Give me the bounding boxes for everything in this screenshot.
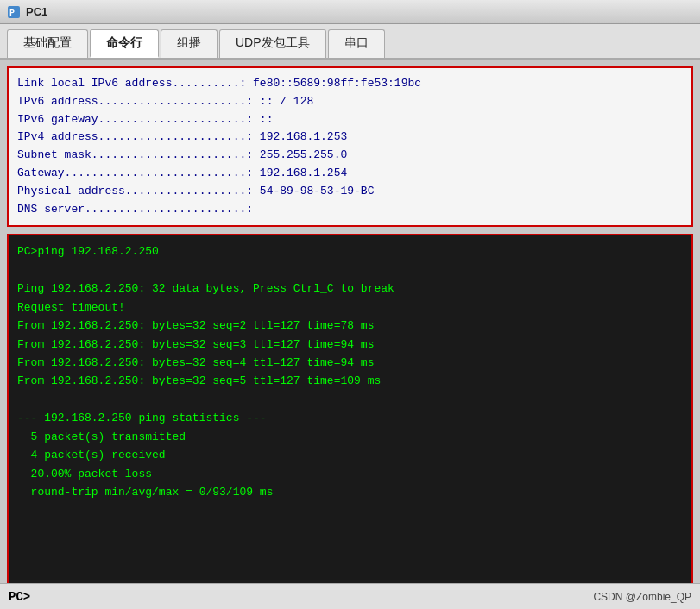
window-icon: P bbox=[7, 5, 21, 19]
info-line-6: Physical address..................: 54-8… bbox=[17, 183, 683, 201]
tab-bar: 基础配置 命令行 组播 UDP发包工具 串口 bbox=[0, 24, 700, 60]
tab-command-line[interactable]: 命令行 bbox=[90, 29, 159, 58]
tab-serial[interactable]: 串口 bbox=[328, 29, 385, 58]
info-line-1: IPv6 address......................: :: /… bbox=[17, 93, 683, 111]
term-line-12: 20.00% packet loss bbox=[17, 465, 683, 483]
tab-udp-tool[interactable]: UDP发包工具 bbox=[219, 29, 326, 58]
bottom-prompt[interactable]: PC> bbox=[9, 590, 30, 604]
term-line-3: Request timeout! bbox=[17, 298, 683, 317]
info-panel: Link local IPv6 address..........: fe80:… bbox=[7, 66, 693, 227]
bottom-bar: PC> CSDN @Zombie_QP bbox=[0, 583, 700, 609]
term-line-1 bbox=[17, 261, 683, 279]
term-line-13: round-trip min/avg/max = 0/93/109 ms bbox=[17, 483, 683, 501]
info-line-7: DNS server........................: bbox=[17, 201, 683, 219]
title-bar: P PC1 bbox=[0, 0, 700, 24]
term-line-9: --- 192.168.2.250 ping statistics --- bbox=[17, 409, 683, 427]
term-line-2: Ping 192.168.2.250: 32 data bytes, Press… bbox=[17, 279, 683, 298]
info-line-4: Subnet mask.......................: 255.… bbox=[17, 147, 683, 165]
term-line-4: From 192.168.2.250: bytes=32 seq=2 ttl=1… bbox=[17, 317, 683, 335]
svg-text:P: P bbox=[9, 9, 15, 18]
term-line-8 bbox=[17, 391, 683, 409]
terminal-panel[interactable]: PC>ping 192.168.2.250 Ping 192.168.2.250… bbox=[7, 234, 693, 603]
info-line-5: Gateway...........................: 192.… bbox=[17, 165, 683, 183]
tab-multicast[interactable]: 组播 bbox=[161, 29, 218, 58]
tab-basic-config[interactable]: 基础配置 bbox=[7, 29, 88, 58]
watermark: CSDN @Zombie_QP bbox=[593, 591, 691, 603]
term-line-10: 5 packet(s) transmitted bbox=[17, 428, 683, 446]
term-line-7: From 192.168.2.250: bytes=32 seq=5 ttl=1… bbox=[17, 372, 683, 390]
term-line-11: 4 packet(s) received bbox=[17, 446, 683, 464]
window-title: PC1 bbox=[26, 5, 47, 18]
info-line-0: Link local IPv6 address..........: fe80:… bbox=[17, 75, 683, 93]
term-line-5: From 192.168.2.250: bytes=32 seq=3 ttl=1… bbox=[17, 336, 683, 354]
main-content: Link local IPv6 address..........: fe80:… bbox=[0, 60, 700, 609]
info-line-2: IPv6 gateway......................: :: bbox=[17, 111, 683, 129]
info-line-3: IPv4 address......................: 192.… bbox=[17, 129, 683, 147]
term-line-6: From 192.168.2.250: bytes=32 seq=4 ttl=1… bbox=[17, 354, 683, 372]
term-line-0: PC>ping 192.168.2.250 bbox=[17, 242, 683, 261]
